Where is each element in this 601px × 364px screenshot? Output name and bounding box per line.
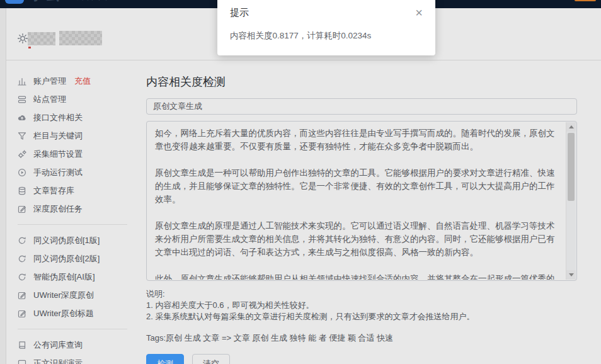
recharge-badge[interactable]: 充值	[74, 76, 91, 87]
keyword-input[interactable]	[146, 98, 577, 115]
gears-icon	[18, 150, 26, 159]
edit-icon	[18, 205, 26, 213]
bar-chart-icon	[18, 77, 26, 86]
clear-button[interactable]: 清空	[192, 354, 230, 364]
status-badge[interactable]: 在线	[575, 0, 596, 1]
sidebar-item-public-lexicon-query[interactable]: 公有词库查询	[6, 336, 139, 354]
button-row: 检测 清空	[146, 354, 577, 364]
sidebar: 账户管理 充值 站点管理 接口文件相关 栏目与关键词 采集细节设置 手动运行测试…	[6, 60, 139, 364]
sidebar-item-label: 同义词伪原创[2版]	[33, 253, 100, 264]
note-line-1: 1. 内容相关度大于0.6，即可视为相关性较好。	[146, 300, 577, 311]
main-content: 内容相关度检测 如今，网络上充斥着大量的优质内容，而这些内容往往是由专业写手撰写…	[146, 60, 577, 364]
server-list-icon	[18, 95, 26, 104]
note-line-2: 2. 采集系统默认对每篇采集的文章进行相关度检测，只有达到要求的文章才会推送给用…	[146, 311, 577, 322]
dialog-body-text: 内容相关度0.8177，计算耗时0.0234s	[217, 19, 435, 42]
dialog-header: 提示 ×	[217, 0, 435, 19]
sidebar-item-synonym-pseudo-v1[interactable]: 同义词伪原创[1版]	[6, 231, 139, 249]
close-icon[interactable]: ×	[415, 6, 423, 19]
article-text[interactable]: 如今，网络上充斥着大量的优质内容，而这些内容往往是由专业写手撰写而成的。随着时代…	[147, 122, 566, 280]
database-icon	[18, 186, 26, 195]
scroll-down-arrow-icon[interactable]	[566, 270, 576, 280]
sidebar-item-manual-run-test[interactable]: 手动运行测试	[6, 163, 139, 181]
brand-subtitle: 自动文章采集器	[68, 0, 117, 2]
app-window: PD 水云 自动文章采集器 首页 帮助文档 0.53欧能:2896694667 …	[0, 0, 601, 364]
sidebar-item-collection-settings[interactable]: 采集细节设置	[6, 145, 139, 163]
sidebar-item-ai-pseudo-original[interactable]: 智能伪原创[AI版]	[6, 268, 139, 286]
sidebar-item-label: 正文识别演示	[33, 358, 83, 364]
sidebar-item-label: 接口文件相关	[33, 112, 83, 123]
sidebar-item-label: 账户管理	[33, 76, 66, 87]
edit-icon	[18, 291, 26, 300]
page-title: 内容相关度检测	[146, 74, 577, 89]
scroll-up-arrow-icon[interactable]	[566, 122, 576, 132]
cloud-upload-icon	[18, 113, 26, 122]
sidebar-item-uwriter-deep-original[interactable]: UWriter深度原创	[6, 286, 139, 304]
left-gutter	[0, 8, 6, 364]
sidebar-item-label: 深度原创任务	[33, 203, 83, 215]
sidebar-item-label: 手动运行测试	[33, 167, 83, 178]
edit-icon	[18, 309, 26, 318]
sidebar-item-label: 文章暂存库	[33, 185, 74, 196]
sidebar-item-label: 智能伪原创[AI版]	[33, 271, 95, 283]
sidebar-item-article-storage[interactable]: 文章暂存库	[6, 181, 139, 200]
sidebar-item-account-management[interactable]: 账户管理 充值	[6, 72, 139, 90]
notes-title: 说明:	[146, 288, 577, 300]
notes-block: 说明: 1. 内容相关度大于0.6，即可视为相关性较好。 2. 采集系统默认对每…	[146, 288, 577, 322]
sidebar-item-uwriter-original-title[interactable]: UWriter原创标题	[6, 304, 139, 322]
gear-icon[interactable]	[17, 33, 28, 44]
scrollbar-thumb[interactable]	[568, 133, 575, 201]
play-circle-icon	[18, 168, 26, 177]
sidebar-item-deep-original-task[interactable]: 深度原创任务	[6, 200, 139, 218]
sidebar-item-body-recognition-demo[interactable]: 正文识别演示	[6, 354, 139, 364]
censored-red-mark	[28, 47, 31, 48]
sidebar-item-columns-keywords[interactable]: 栏目与关键词	[6, 127, 139, 145]
app-logo-icon: PD	[5, 0, 24, 4]
book-icon	[18, 341, 26, 350]
article-textarea[interactable]: 如今，网络上充斥着大量的优质内容，而这些内容往往是由专业写手撰写而成的。随着时代…	[146, 121, 577, 281]
sidebar-divider	[18, 224, 127, 225]
textarea-scrollbar[interactable]	[566, 122, 576, 280]
sidebar-item-label: 采集细节设置	[33, 149, 83, 160]
censored-site-name-block	[28, 32, 55, 45]
monitor-icon	[18, 359, 26, 364]
notice-dialog: 提示 × 内容相关度0.8177，计算耗时0.0234s	[217, 0, 435, 55]
sidebar-item-label: 同义词伪原创[1版]	[33, 235, 100, 246]
censored-site-name-block	[59, 31, 102, 45]
refresh-icon	[18, 236, 26, 245]
brand-name: 水云	[29, 0, 62, 4]
dialog-title: 提示	[230, 7, 249, 19]
sidebar-item-label: 栏目与关键词	[33, 130, 83, 142]
refresh-icon	[18, 254, 26, 263]
detect-button[interactable]: 检测	[146, 354, 184, 364]
sidebar-item-label: 公有词库查询	[33, 339, 83, 351]
sidebar-item-label: 站点管理	[33, 94, 66, 105]
refresh-icon	[18, 273, 26, 282]
sidebar-item-interface-files[interactable]: 接口文件相关	[6, 108, 139, 127]
tags-line: Tags:原创 生成 文章 => 文章 原创 生成 独特 能 者 便捷 颖 合适…	[146, 333, 577, 344]
sidebar-item-synonym-pseudo-v2[interactable]: 同义词伪原创[2版]	[6, 249, 139, 268]
filter-icon	[18, 132, 26, 140]
sidebar-item-label: UWriter原创标题	[33, 308, 94, 319]
sidebar-item-site-management[interactable]: 站点管理	[6, 90, 139, 108]
sidebar-divider	[18, 329, 127, 329]
sidebar-item-label: UWriter深度原创	[33, 290, 94, 301]
